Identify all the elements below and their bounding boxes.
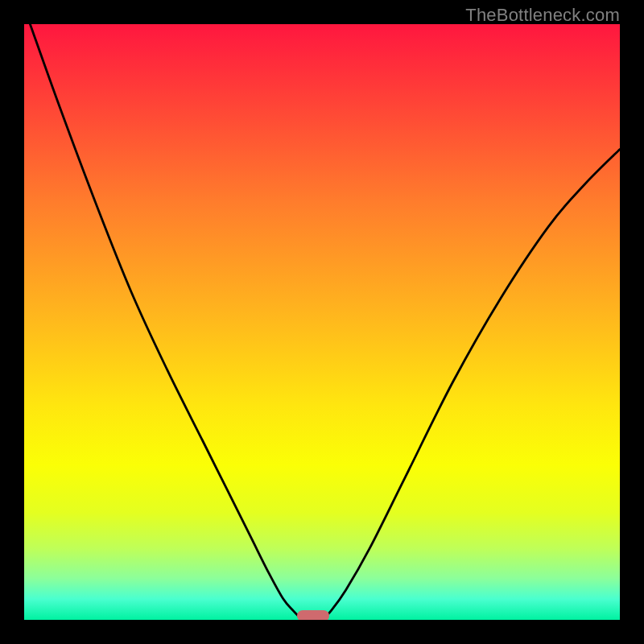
watermark-text: TheBottleneck.com [465,5,620,26]
plot-area [24,24,620,620]
chart-frame: TheBottleneck.com [0,0,644,644]
background-gradient [24,24,620,620]
bottleneck-marker [297,610,329,620]
